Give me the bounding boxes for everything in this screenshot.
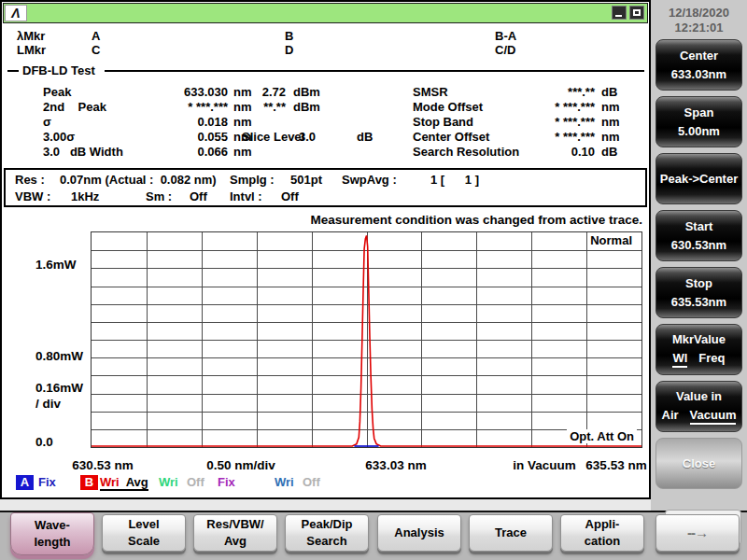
tab-level-scale-label-1: Level	[128, 516, 159, 533]
trace-mode-label: Normal	[587, 233, 635, 247]
level-marker-c-d: C/D	[495, 43, 515, 57]
softkey-stop[interactable]: Stop 635.53nm	[655, 267, 742, 318]
param-2nd-peak-label: 2nd Peak	[43, 100, 106, 114]
section-rule-left	[7, 70, 19, 72]
x-axis-medium-label: in Vacuum	[513, 458, 576, 472]
y-axis-label-zero: 0.0	[35, 435, 53, 449]
param-stop-band-label: Stop Band	[413, 115, 473, 129]
softkey-stop-label: Stop	[685, 276, 712, 290]
tab-trace[interactable]: Trace	[469, 514, 553, 552]
value-in-air-option[interactable]: Air	[662, 408, 679, 425]
param-db-width-unit: nm	[233, 145, 252, 159]
datetime-display: 12/18/2020 12:21:01	[651, 6, 747, 35]
tab-res-vbw-avg-label-2: Avg	[224, 533, 247, 550]
trace-legend: A Fix B WriAvg Wri Off Fix Wri Off	[2, 475, 653, 496]
trace-d-mode: Fix	[218, 475, 235, 489]
param-sigma-value: 0.018	[140, 115, 228, 129]
tab-application-label-2: cation	[585, 533, 620, 550]
measurement-condition-message: Measurement condition was changed from a…	[310, 213, 642, 227]
softkey-close[interactable]: Close	[655, 438, 742, 489]
trace-b-badge: B	[80, 475, 98, 490]
date-text: 12/18/2020	[651, 6, 747, 21]
lambda-marker-b-a: B-A	[495, 29, 516, 43]
trace-c-state: Off	[187, 475, 204, 489]
more-menus-button[interactable]: --→	[655, 514, 740, 552]
softkey-sidebar: 12/18/2020 12:21:01 Center 633.03nm Span…	[651, 0, 747, 560]
trace-b-average-flag: Avg	[126, 475, 148, 489]
param-mode-offset-unit: nm	[601, 100, 620, 114]
param-search-resolution-label: Search Resolution	[413, 145, 519, 159]
marker-value-wl-option[interactable]: Wl	[672, 351, 687, 368]
sweep-average-label: SwpAvg :	[342, 173, 397, 187]
trace-c-mode: Wri	[159, 475, 178, 489]
vbw-label: VBW :	[15, 189, 50, 203]
vbw-value: 1kHz	[71, 189, 99, 203]
instrument-screen: Λ λMkr A B B-A LMkr C D C/D DFB-LD Test …	[0, 0, 747, 560]
param-center-offset-label: Center Offset	[413, 130, 489, 144]
param-peak-label: Peak	[43, 85, 71, 99]
tab-peak-dip-search-label-1: Peak/Dip	[302, 516, 353, 533]
tab-trace-label: Trace	[495, 525, 527, 541]
trace-e-mode: Wri	[275, 475, 294, 489]
param-slice-level-unit: dB	[357, 130, 373, 144]
param-search-resolution-unit: dB	[601, 145, 617, 159]
trace-a-mode: Fix	[38, 475, 56, 489]
maximize-button[interactable]	[629, 6, 644, 20]
param-peak-level-unit: dBm	[293, 85, 320, 99]
trace-a-badge: A	[16, 475, 34, 490]
param-db-width-value: 0.066	[140, 145, 228, 159]
section-rule-right	[105, 70, 644, 72]
lambda-marker-label: λMkr	[17, 29, 45, 43]
param-stop-band-unit: nm	[601, 115, 620, 129]
window-titlebar: Λ	[3, 3, 648, 23]
tab-peak-dip-search[interactable]: Peak/Dip Search	[285, 514, 369, 552]
tab-level-scale[interactable]: Level Scale	[102, 514, 186, 552]
value-in-vacuum-option[interactable]: Vacuum	[690, 408, 737, 425]
softkey-start-value: 630.53nm	[671, 238, 726, 252]
param-db-width-label: 3.0 dB Width	[43, 145, 123, 159]
level-marker-label: LMkr	[17, 43, 46, 57]
toolbar-top-strip	[0, 499, 651, 511]
x-axis-center-wavelength: 633.03 nm	[365, 458, 426, 472]
tab-analysis-label: Analysis	[394, 525, 444, 541]
minimize-button[interactable]	[612, 6, 627, 20]
softkey-center[interactable]: Center 633.03nm	[655, 39, 742, 91]
softkey-marker-value[interactable]: MkrValue Wl Freq	[655, 324, 742, 375]
y-axis-scale-per-div-2: / div	[35, 397, 61, 411]
softkey-center-value: 633.03nm	[671, 67, 726, 81]
param-search-resolution-value: 0.10	[506, 145, 595, 159]
param-center-offset-value: * ***.***	[506, 130, 595, 144]
softkey-peak-to-center-label: Peak->Center	[660, 172, 738, 186]
softkey-span-value: 5.00nm	[678, 124, 720, 138]
param-peak-level: 2.72	[237, 85, 286, 99]
spectrum-trace-svg	[92, 232, 641, 447]
more-menus-arrow-icon: --→	[687, 524, 708, 542]
softkey-stop-value: 635.53nm	[671, 295, 726, 309]
tab-analysis[interactable]: Analysis	[377, 514, 461, 552]
tab-application[interactable]: Appli- cation	[560, 514, 644, 552]
param-slice-level-label: Slice Level	[242, 130, 304, 144]
marker-value-freq-option[interactable]: Freq	[698, 351, 725, 368]
softkey-start[interactable]: Start 630.53nm	[655, 210, 742, 261]
tab-res-vbw-avg-label-1: Res/VBW/	[206, 516, 263, 533]
softkey-span-label: Span	[684, 105, 714, 119]
x-axis-start-wavelength: 630.53 nm	[72, 458, 133, 472]
tab-wavelength[interactable]: Wave- length	[10, 512, 94, 555]
x-axis-stop-wavelength: 635.53 nm	[585, 458, 646, 472]
tab-peak-dip-search-label-2: Search	[306, 533, 346, 550]
softkey-span[interactable]: Span 5.00nm	[655, 96, 742, 147]
sweep-average-value: 1 [ 1 ]	[430, 173, 479, 187]
anritsu-logo-icon: Λ	[5, 5, 27, 21]
optical-attenuator-status: Opt. Att On	[567, 429, 637, 443]
level-marker-c: C	[92, 43, 100, 57]
sampling-value: 501pt	[290, 173, 322, 187]
tab-res-vbw-avg[interactable]: Res/VBW/ Avg	[193, 514, 277, 552]
res-label: Res :	[15, 173, 45, 187]
y-axis-label-1p6mw: 1.6mW	[35, 258, 77, 272]
param-sigma-unit: nm	[233, 115, 252, 129]
spectrum-analyzer-window: Λ λMkr A B B-A LMkr C D C/D DFB-LD Test …	[0, 0, 651, 499]
minimize-icon	[615, 15, 622, 17]
time-text: 12:21:01	[651, 21, 747, 35]
softkey-value-in[interactable]: Value in Air Vacuum	[655, 381, 742, 432]
softkey-peak-to-center[interactable]: Peak->Center	[655, 153, 742, 204]
